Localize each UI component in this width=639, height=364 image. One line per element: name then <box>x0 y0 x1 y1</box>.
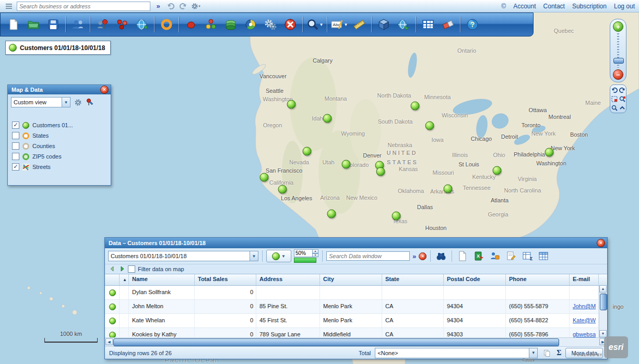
magnifier-icon[interactable] <box>611 104 618 111</box>
column-header-postal-code[interactable]: Postal Code <box>444 274 506 285</box>
open-map-button[interactable] <box>23 15 43 34</box>
erase-button[interactable] <box>438 15 458 34</box>
data-search-go-icon[interactable]: » <box>412 252 416 260</box>
customer-pushpin[interactable] <box>303 147 312 156</box>
export-excel-icon[interactable]: X <box>472 250 486 262</box>
view-3d-button[interactable] <box>374 15 394 34</box>
vertical-scroll-thumb[interactable] <box>600 294 607 310</box>
customer-pushpin[interactable] <box>278 185 287 194</box>
collapse-chevron-icon[interactable] <box>619 104 625 111</box>
map-legend-badge[interactable]: Customers 01/01/18-10/01/18 <box>5 41 111 55</box>
customer-pushpin[interactable] <box>545 148 554 157</box>
plot-pushpins-button[interactable] <box>112 15 132 34</box>
zoom-tool-button[interactable]: ▼ <box>305 15 325 34</box>
merge-data-icon[interactable] <box>488 250 502 262</box>
chevron-down-icon[interactable]: ▼ <box>320 22 324 27</box>
share-map-button[interactable] <box>394 15 413 34</box>
undo-icon[interactable] <box>166 2 175 11</box>
layer-checkbox[interactable] <box>12 142 19 150</box>
color-code-button[interactable] <box>201 15 221 34</box>
page-right-icon[interactable] <box>119 266 125 273</box>
customer-pushpin[interactable] <box>323 114 332 123</box>
new-map-button[interactable] <box>4 15 23 34</box>
column-header-e-mail[interactable]: E-mail <box>570 274 599 285</box>
pushpin-tools-icon[interactable] <box>85 98 94 107</box>
heat-map-button[interactable] <box>241 15 261 34</box>
column-header-state[interactable]: State <box>382 274 444 285</box>
scroll-up-icon[interactable]: ▲ <box>599 285 607 293</box>
table-row[interactable]: John Melton085 Pine St.Menlo ParkCA94304… <box>105 300 607 314</box>
chevron-down-icon[interactable]: ▼ <box>250 251 258 261</box>
column-header-city[interactable]: City <box>320 274 382 285</box>
scroll-left-icon[interactable]: ◀ <box>105 338 113 345</box>
logout-link[interactable]: Log out <box>614 3 635 10</box>
opacity-input[interactable] <box>294 249 313 257</box>
zoom-out-button[interactable]: − <box>613 69 623 80</box>
new-sheet-icon[interactable] <box>456 250 469 262</box>
menu-icon[interactable] <box>4 2 14 11</box>
customer-pushpin[interactable] <box>392 212 401 221</box>
column-header-phone[interactable]: Phone <box>506 274 570 285</box>
measure-distance-button[interactable] <box>349 15 369 34</box>
customer-pushpin[interactable] <box>287 100 296 109</box>
table-row[interactable]: Kate Whelan045 First St.Menlo ParkCA9430… <box>105 314 607 328</box>
dataset-select[interactable]: Customers 01/01/18-10/01/18 ▼ <box>108 251 258 261</box>
data-grid-button[interactable] <box>418 15 438 34</box>
customer-pushpin[interactable] <box>327 210 336 219</box>
sort-column-header[interactable]: ▲ <box>120 274 129 285</box>
opacity-down-icon[interactable]: ▼ <box>313 253 318 258</box>
horizontal-scrollbar[interactable]: ◀ ▶ <box>105 337 607 346</box>
layer-row-counties[interactable]: Counties <box>8 141 111 151</box>
vertical-scrollbar[interactable]: ▲ ▼ <box>599 285 607 337</box>
column-header-marker[interactable] <box>105 274 120 285</box>
layer-checkbox[interactable]: ✓ <box>12 163 19 171</box>
account-link[interactable]: Account <box>513 3 536 10</box>
customer-pushpin[interactable] <box>493 166 502 175</box>
column-header-name[interactable]: Name <box>129 274 195 285</box>
subscription-link[interactable]: Subscription <box>572 3 607 10</box>
panel-close-icon[interactable]: ✕ <box>100 86 109 94</box>
find-binoculars-icon[interactable] <box>434 250 448 262</box>
data-search-clear-icon[interactable]: ✕ <box>419 252 427 260</box>
chevron-down-icon[interactable]: ▼ <box>62 98 70 107</box>
clear-map-button[interactable] <box>280 15 300 34</box>
chevron-down-icon[interactable]: ▼ <box>344 22 348 27</box>
label-tool-button[interactable]: Abc▼ <box>329 15 349 34</box>
layer-row-customers-01-[interactable]: ✓Customers 01... <box>8 120 111 130</box>
customer-pushpin[interactable] <box>425 122 434 130</box>
panel-gear-icon[interactable] <box>73 98 82 107</box>
customer-pushpin[interactable] <box>376 167 385 176</box>
horizontal-scroll-thumb[interactable] <box>113 338 559 346</box>
next-view-icon[interactable] <box>619 87 625 93</box>
data-search-input[interactable] <box>326 251 410 261</box>
customer-pushpin[interactable] <box>260 173 269 182</box>
cell-email[interactable]: John@M <box>570 300 599 313</box>
manage-accounts-button[interactable] <box>68 15 88 34</box>
draw-radius-button[interactable] <box>157 15 176 34</box>
zoom-slider-track[interactable] <box>617 33 619 68</box>
symbol-style-button[interactable]: ▼ <box>266 250 291 262</box>
column-header-total-sales[interactable]: Total Sales <box>195 274 256 285</box>
view-select[interactable]: Custom view ▼ <box>11 97 70 107</box>
column-header-address[interactable]: Address <box>256 274 320 285</box>
edit-report-icon[interactable] <box>504 250 518 262</box>
zoom-slider-handle[interactable] <box>613 58 624 64</box>
layer-checkbox[interactable]: ✓ <box>12 122 19 129</box>
map-options-button[interactable] <box>261 15 280 34</box>
layer-row-states[interactable]: States <box>8 130 111 141</box>
sum-sigma-button[interactable]: Σ <box>557 349 561 357</box>
draw-ellipse-button[interactable] <box>181 15 201 34</box>
copy-icon[interactable] <box>542 347 552 359</box>
zoom-in-button[interactable]: + <box>613 21 623 32</box>
summary-table-icon[interactable]: Σ <box>520 250 534 262</box>
total-field-select[interactable]: <None> ▼ <box>375 348 538 358</box>
opacity-up-icon[interactable]: ▲ <box>313 249 318 253</box>
layer-checkbox[interactable] <box>12 132 19 139</box>
chevron-down-icon[interactable]: ▼ <box>529 348 537 358</box>
page-left-icon[interactable] <box>109 266 116 273</box>
panel-title-bar[interactable]: Map & Data ✕ <box>8 85 111 94</box>
save-map-button[interactable] <box>43 15 63 34</box>
settings-gear-icon[interactable]: ▾ <box>191 2 200 11</box>
contact-link[interactable]: Contact <box>543 3 565 10</box>
layer-row-streets[interactable]: ✓Streets <box>8 162 111 172</box>
